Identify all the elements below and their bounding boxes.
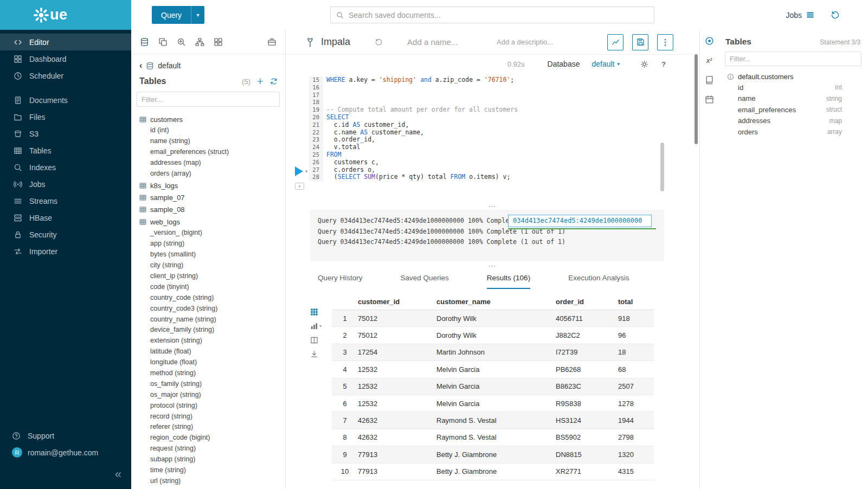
download-icon[interactable]: [310, 350, 318, 358]
global-search[interactable]: [330, 7, 654, 23]
tab-query-history[interactable]: Query History: [318, 274, 363, 289]
ra-column-email-preferences[interactable]: email_preferencesstruct: [718, 104, 868, 115]
assist-column[interactable]: country_code (string): [139, 293, 285, 304]
language-reference-icon[interactable]: [705, 75, 714, 85]
sidebar-item-security[interactable]: Security: [0, 226, 131, 243]
code-editor[interactable]: 15WHERE a.key = 'shipping' and a.zip_cod…: [309, 76, 699, 181]
assist-column[interactable]: longitude (float): [139, 357, 285, 368]
code-line[interactable]: 24 v.total: [309, 144, 699, 151]
refresh-icon[interactable]: [270, 78, 278, 85]
editor-scrollbar[interactable]: [660, 143, 664, 191]
assist-column[interactable]: client_ip (string): [139, 271, 285, 282]
sidebar-item-indexes[interactable]: Indexes: [0, 159, 131, 176]
assist-column[interactable]: referer (string): [139, 422, 285, 433]
column-header-order-id[interactable]: order_id: [556, 298, 618, 306]
column-header-customer-id[interactable]: customer_id: [358, 298, 436, 306]
query-button-label[interactable]: Query: [152, 6, 191, 24]
code-line[interactable]: 28 (SELECT SUM(price * qty) total FROM o…: [309, 173, 699, 181]
info-icon[interactable]: [727, 73, 734, 80]
chart-options-caret[interactable]: ▾: [319, 324, 322, 329]
tab-saved-queries[interactable]: Saved Queries: [401, 274, 449, 289]
databases-icon[interactable]: [140, 37, 149, 47]
code-line[interactable]: 22 c.name AS customer_name,: [309, 129, 699, 137]
column-header-total[interactable]: total: [618, 298, 654, 306]
assist-column[interactable]: email_preferences (struct): [139, 147, 285, 158]
chart-button[interactable]: [607, 34, 623, 50]
query-history-icon[interactable]: [375, 38, 383, 46]
ra-column-addresses[interactable]: addressesmap: [718, 115, 868, 127]
assist-column[interactable]: os_family (string): [139, 379, 285, 390]
tab-results-106[interactable]: Results (106): [487, 274, 530, 289]
ra-filter-input[interactable]: [725, 52, 861, 66]
assist-table-sample-07[interactable]: sample_07: [139, 191, 285, 203]
assist-column[interactable]: protocol (string): [139, 401, 285, 411]
execute-options-caret[interactable]: ▾: [305, 169, 308, 174]
code-line[interactable]: 19-- Compute total amount per order for …: [309, 106, 699, 114]
ra-column-orders[interactable]: ordersarray: [718, 126, 868, 138]
save-button[interactable]: [632, 34, 648, 50]
database-selector[interactable]: default▾: [591, 60, 620, 68]
sidebar-item-dashboard[interactable]: Dashboard: [0, 50, 131, 67]
assist-table-sample-08[interactable]: sample_08: [139, 204, 285, 216]
code-line[interactable]: 16: [309, 84, 699, 92]
assist-column[interactable]: device_family (string): [139, 325, 285, 336]
assist-column[interactable]: extension (string): [139, 336, 285, 346]
code-line[interactable]: 23 o.order_id,: [309, 136, 699, 144]
code-line[interactable]: 21 c.id AS customer_id,: [309, 121, 699, 129]
documents-assist-icon[interactable]: [158, 37, 168, 47]
assist-column[interactable]: url (string): [139, 476, 285, 487]
sidebar-item-scheduler[interactable]: Scheduler: [0, 67, 131, 84]
columns-view-icon[interactable]: [310, 336, 318, 344]
assist-column[interactable]: os_major (string): [139, 390, 285, 401]
resize-handle-top[interactable]: ⋯: [286, 203, 699, 210]
code-line[interactable]: 17: [309, 92, 699, 99]
execute-button[interactable]: [295, 166, 303, 176]
table-filter-input[interactable]: [137, 92, 280, 107]
workload-icon[interactable]: [267, 37, 277, 47]
assist-column[interactable]: orders (array): [139, 169, 285, 179]
assist-column[interactable]: region_code (bigint): [139, 433, 285, 443]
search-assist-icon[interactable]: [177, 37, 186, 47]
assist-column[interactable]: country_code3 (string): [139, 304, 285, 314]
sidebar-item-support[interactable]: Support: [0, 427, 131, 444]
sidebar-item-editor[interactable]: Editor: [0, 34, 131, 50]
help-icon[interactable]: ?: [661, 60, 666, 68]
column-header-customer-name[interactable]: customer_name: [436, 298, 556, 306]
apps-grid-icon[interactable]: [214, 37, 223, 47]
assist-column[interactable]: latitude (float): [139, 346, 285, 357]
grid-view-icon[interactable]: [310, 308, 318, 316]
code-line[interactable]: 18: [309, 99, 699, 106]
sidebar-item-files[interactable]: Files: [0, 108, 131, 125]
assist-column[interactable]: _version_ (bigint): [139, 228, 285, 239]
sitemap-icon[interactable]: [195, 37, 204, 47]
query-name-input[interactable]: [407, 37, 467, 47]
assist-column[interactable]: name (string): [139, 136, 285, 147]
code-line[interactable]: 25FROM: [309, 151, 699, 159]
chart-view-icon[interactable]: [310, 322, 318, 330]
hue-logo[interactable]: ue: [0, 0, 131, 30]
sidebar-item-importer[interactable]: Importer: [0, 243, 131, 260]
query-id-tooltip[interactable]: 034d413ec7474ed5:4249de1000000000: [508, 215, 652, 227]
query-dropdown-caret[interactable]: ▾: [191, 6, 204, 24]
assistant-icon[interactable]: [705, 36, 714, 46]
assist-column[interactable]: bytes (smallint): [139, 249, 285, 260]
schedule-icon[interactable]: [705, 95, 714, 104]
assist-column[interactable]: city (string): [139, 260, 285, 271]
sidebar-item-s3[interactable]: S3: [0, 125, 131, 142]
new-query-button[interactable]: Query ▾: [152, 6, 204, 24]
ra-column-id[interactable]: idint: [718, 82, 868, 93]
sidebar-item-jobs[interactable]: Jobs: [0, 176, 131, 192]
sidebar-item-streams[interactable]: Streams: [0, 192, 131, 209]
assist-column[interactable]: app (string): [139, 239, 285, 249]
assist-column[interactable]: country_name (string): [139, 314, 285, 325]
settings-gear-icon[interactable]: [640, 60, 648, 68]
assist-table-k8s-logs[interactable]: k8s_logs: [139, 179, 285, 191]
assist-column[interactable]: method (string): [139, 368, 285, 379]
database-breadcrumb[interactable]: ‹ default: [131, 54, 285, 70]
collapse-sidebar-icon[interactable]: «: [115, 467, 121, 481]
main-scrollbar[interactable]: [695, 54, 698, 144]
assist-table-customers[interactable]: customers: [139, 113, 285, 125]
back-chevron-icon[interactable]: ‹: [139, 61, 142, 70]
assist-column[interactable]: user_agent (string): [139, 487, 285, 489]
assist-column[interactable]: time (string): [139, 465, 285, 476]
